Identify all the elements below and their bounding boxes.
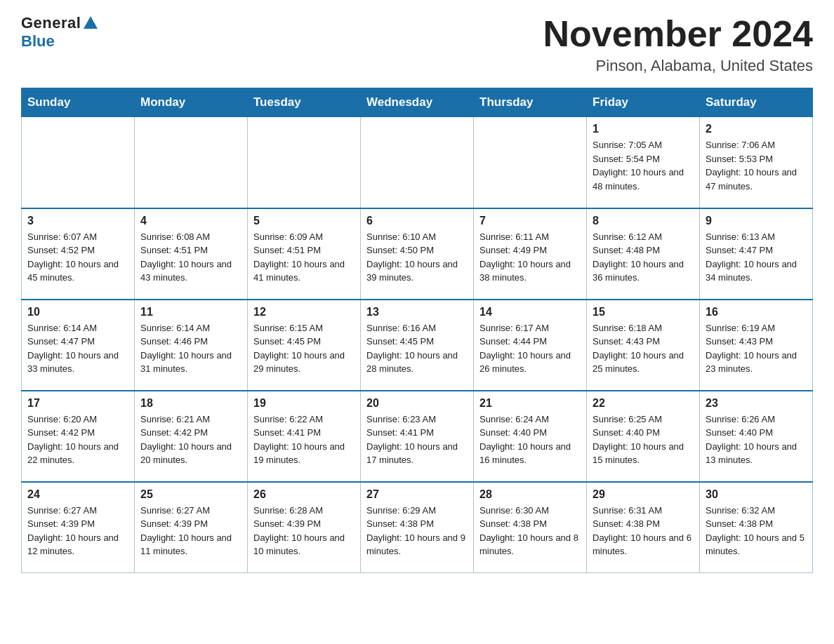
- calendar-cell: [22, 117, 135, 208]
- col-header-sunday: Sunday: [22, 88, 135, 117]
- day-number: 27: [366, 488, 468, 501]
- calendar-cell: 23Sunrise: 6:26 AMSunset: 4:40 PMDayligh…: [700, 391, 813, 482]
- day-number: 4: [140, 215, 241, 227]
- calendar-cell: 3Sunrise: 6:07 AMSunset: 4:52 PMDaylight…: [22, 208, 135, 300]
- month-title: November 2024: [543, 14, 813, 54]
- day-info: Sunrise: 6:23 AMSunset: 4:41 PMDaylight:…: [366, 412, 468, 467]
- day-number: 28: [479, 488, 581, 501]
- calendar-cell: 13Sunrise: 6:16 AMSunset: 4:45 PMDayligh…: [361, 300, 474, 391]
- calendar-cell: 24Sunrise: 6:27 AMSunset: 4:39 PMDayligh…: [22, 482, 135, 573]
- day-info: Sunrise: 6:32 AMSunset: 4:38 PMDaylight:…: [706, 504, 807, 558]
- calendar-cell: 28Sunrise: 6:30 AMSunset: 4:38 PMDayligh…: [474, 482, 587, 573]
- day-info: Sunrise: 6:17 AMSunset: 4:44 PMDaylight:…: [479, 321, 581, 376]
- day-number: 20: [366, 397, 468, 410]
- calendar-cell: 27Sunrise: 6:29 AMSunset: 4:38 PMDayligh…: [361, 482, 474, 573]
- calendar: SundayMondayTuesdayWednesdayThursdayFrid…: [21, 88, 813, 573]
- calendar-cell: 20Sunrise: 6:23 AMSunset: 4:41 PMDayligh…: [361, 391, 474, 482]
- calendar-cell: 5Sunrise: 6:09 AMSunset: 4:51 PMDaylight…: [248, 208, 361, 300]
- calendar-cell: [135, 117, 248, 208]
- day-info: Sunrise: 6:07 AMSunset: 4:52 PMDaylight:…: [27, 230, 128, 285]
- day-info: Sunrise: 6:25 AMSunset: 4:40 PMDaylight:…: [593, 412, 694, 467]
- calendar-week-row: 24Sunrise: 6:27 AMSunset: 4:39 PMDayligh…: [22, 482, 813, 573]
- day-info: Sunrise: 6:27 AMSunset: 4:39 PMDaylight:…: [27, 504, 128, 558]
- calendar-cell: 18Sunrise: 6:21 AMSunset: 4:42 PMDayligh…: [135, 391, 248, 482]
- calendar-cell: 21Sunrise: 6:24 AMSunset: 4:40 PMDayligh…: [474, 391, 587, 482]
- day-number: 13: [366, 306, 468, 318]
- day-number: 22: [593, 397, 694, 410]
- day-info: Sunrise: 6:29 AMSunset: 4:38 PMDaylight:…: [366, 504, 468, 558]
- header: General Blue November 2024 Pinson, Alaba…: [21, 14, 813, 75]
- day-number: 10: [27, 306, 128, 318]
- day-info: Sunrise: 6:24 AMSunset: 4:40 PMDaylight:…: [479, 412, 581, 467]
- day-number: 24: [27, 488, 128, 501]
- calendar-cell: [361, 117, 474, 208]
- calendar-week-row: 17Sunrise: 6:20 AMSunset: 4:42 PMDayligh…: [22, 391, 813, 482]
- logo: General Blue: [21, 14, 98, 51]
- day-info: Sunrise: 6:14 AMSunset: 4:47 PMDaylight:…: [27, 321, 128, 376]
- calendar-cell: 19Sunrise: 6:22 AMSunset: 4:41 PMDayligh…: [248, 391, 361, 482]
- calendar-cell: 2Sunrise: 7:06 AMSunset: 5:53 PMDaylight…: [700, 117, 813, 208]
- day-number: 30: [706, 488, 807, 501]
- calendar-week-row: 3Sunrise: 6:07 AMSunset: 4:52 PMDaylight…: [22, 208, 813, 300]
- calendar-cell: 17Sunrise: 6:20 AMSunset: 4:42 PMDayligh…: [22, 391, 135, 482]
- calendar-cell: 30Sunrise: 6:32 AMSunset: 4:38 PMDayligh…: [700, 482, 813, 573]
- day-number: 17: [27, 397, 128, 410]
- calendar-cell: [474, 117, 587, 208]
- day-number: 7: [479, 215, 581, 227]
- day-info: Sunrise: 6:20 AMSunset: 4:42 PMDaylight:…: [27, 412, 128, 467]
- calendar-header-row: SundayMondayTuesdayWednesdayThursdayFrid…: [22, 88, 813, 117]
- logo-triangle-icon: [84, 16, 98, 29]
- title-area: November 2024 Pinson, Alabama, United St…: [543, 14, 813, 75]
- location-title: Pinson, Alabama, United States: [543, 57, 813, 75]
- day-info: Sunrise: 6:16 AMSunset: 4:45 PMDaylight:…: [366, 321, 468, 376]
- day-info: Sunrise: 6:15 AMSunset: 4:45 PMDaylight:…: [253, 321, 355, 376]
- day-info: Sunrise: 6:21 AMSunset: 4:42 PMDaylight:…: [140, 412, 241, 467]
- day-info: Sunrise: 6:12 AMSunset: 4:48 PMDaylight:…: [593, 230, 694, 285]
- day-info: Sunrise: 6:10 AMSunset: 4:50 PMDaylight:…: [366, 230, 468, 285]
- day-info: Sunrise: 6:09 AMSunset: 4:51 PMDaylight:…: [253, 230, 355, 285]
- col-header-monday: Monday: [135, 88, 248, 117]
- day-info: Sunrise: 6:13 AMSunset: 4:47 PMDaylight:…: [706, 230, 807, 285]
- col-header-thursday: Thursday: [474, 88, 587, 117]
- logo-blue-text: Blue: [21, 32, 55, 51]
- calendar-cell: 9Sunrise: 6:13 AMSunset: 4:47 PMDaylight…: [700, 208, 813, 300]
- calendar-cell: 15Sunrise: 6:18 AMSunset: 4:43 PMDayligh…: [587, 300, 700, 391]
- day-number: 23: [706, 397, 807, 410]
- day-info: Sunrise: 6:31 AMSunset: 4:38 PMDaylight:…: [593, 504, 694, 558]
- calendar-week-row: 10Sunrise: 6:14 AMSunset: 4:47 PMDayligh…: [22, 300, 813, 391]
- day-info: Sunrise: 6:26 AMSunset: 4:40 PMDaylight:…: [706, 412, 807, 467]
- day-number: 11: [140, 306, 241, 318]
- logo-general-text: General: [21, 14, 81, 32]
- calendar-cell: 1Sunrise: 7:05 AMSunset: 5:54 PMDaylight…: [587, 117, 700, 208]
- day-number: 12: [253, 306, 355, 318]
- calendar-cell: 26Sunrise: 6:28 AMSunset: 4:39 PMDayligh…: [248, 482, 361, 573]
- day-info: Sunrise: 6:19 AMSunset: 4:43 PMDaylight:…: [706, 321, 807, 376]
- day-info: Sunrise: 7:05 AMSunset: 5:54 PMDaylight:…: [593, 138, 694, 193]
- day-number: 25: [140, 488, 241, 501]
- day-info: Sunrise: 6:08 AMSunset: 4:51 PMDaylight:…: [140, 230, 241, 285]
- calendar-cell: 16Sunrise: 6:19 AMSunset: 4:43 PMDayligh…: [700, 300, 813, 391]
- col-header-friday: Friday: [587, 88, 700, 117]
- day-info: Sunrise: 6:30 AMSunset: 4:38 PMDaylight:…: [479, 504, 581, 558]
- day-number: 14: [479, 306, 581, 318]
- calendar-cell: 4Sunrise: 6:08 AMSunset: 4:51 PMDaylight…: [135, 208, 248, 300]
- calendar-cell: 10Sunrise: 6:14 AMSunset: 4:47 PMDayligh…: [22, 300, 135, 391]
- day-number: 19: [253, 397, 355, 410]
- day-info: Sunrise: 6:14 AMSunset: 4:46 PMDaylight:…: [140, 321, 241, 376]
- calendar-cell: 25Sunrise: 6:27 AMSunset: 4:39 PMDayligh…: [135, 482, 248, 573]
- day-info: Sunrise: 6:28 AMSunset: 4:39 PMDaylight:…: [253, 504, 355, 558]
- calendar-cell: 14Sunrise: 6:17 AMSunset: 4:44 PMDayligh…: [474, 300, 587, 391]
- day-info: Sunrise: 6:18 AMSunset: 4:43 PMDaylight:…: [593, 321, 694, 376]
- day-number: 8: [593, 215, 694, 227]
- calendar-week-row: 1Sunrise: 7:05 AMSunset: 5:54 PMDaylight…: [22, 117, 813, 208]
- calendar-cell: 22Sunrise: 6:25 AMSunset: 4:40 PMDayligh…: [587, 391, 700, 482]
- day-number: 21: [479, 397, 581, 410]
- day-number: 9: [706, 215, 807, 227]
- calendar-cell: 12Sunrise: 6:15 AMSunset: 4:45 PMDayligh…: [248, 300, 361, 391]
- col-header-saturday: Saturday: [700, 88, 813, 117]
- calendar-cell: 6Sunrise: 6:10 AMSunset: 4:50 PMDaylight…: [361, 208, 474, 300]
- calendar-cell: [248, 117, 361, 208]
- day-number: 3: [27, 215, 128, 227]
- col-header-tuesday: Tuesday: [248, 88, 361, 117]
- calendar-cell: 7Sunrise: 6:11 AMSunset: 4:49 PMDaylight…: [474, 208, 587, 300]
